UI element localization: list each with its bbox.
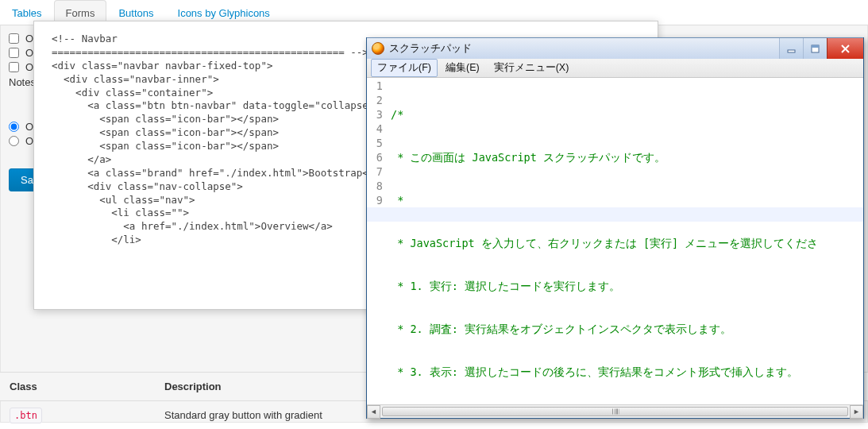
svg-rect-0 [788,50,795,52]
horizontal-scrollbar[interactable]: ◄ ► [367,404,863,418]
window-title: スクラッチパッド [389,41,779,56]
menubar: ファイル(F) 編集(E) 実行メニュー(X) [367,59,863,78]
maximize-button[interactable] [803,38,827,59]
gutter: 1 2 3 4 5 6 7 8 9 10 [367,78,386,404]
menu-edit[interactable]: 編集(E) [439,59,486,77]
th-class: Class [0,373,155,401]
scroll-right-button[interactable]: ► [850,405,863,419]
class-code: .btn [10,408,42,423]
scratchpad-window: スクラッチパッド ファイル(F) 編集(E) 実行メニュー(X) 1 2 3 4… [366,37,864,419]
minimize-button[interactable] [779,38,803,59]
checkbox-opt3[interactable] [9,62,19,72]
menu-run[interactable]: 実行メニュー(X) [488,59,576,77]
menu-file[interactable]: ファイル(F) [371,59,438,77]
titlebar[interactable]: スクラッチパッド [367,37,863,59]
radio-optB[interactable] [9,136,19,146]
close-button[interactable] [827,38,863,59]
svg-rect-2 [812,45,819,48]
checkbox-opt1[interactable] [9,33,19,44]
code-lines: /* * この画面は JavaScript スクラッチパッドです。 * * Ja… [386,78,863,404]
firefox-icon [372,42,384,55]
scroll-track[interactable] [380,405,850,419]
code-editor[interactable]: 1 2 3 4 5 6 7 8 9 10 /* * この画面は JavaScri… [367,78,863,404]
scroll-thumb[interactable] [382,407,848,416]
checkbox-opt2[interactable] [9,48,19,58]
scroll-left-button[interactable]: ◄ [367,405,380,419]
radio-optA[interactable] [9,122,19,132]
